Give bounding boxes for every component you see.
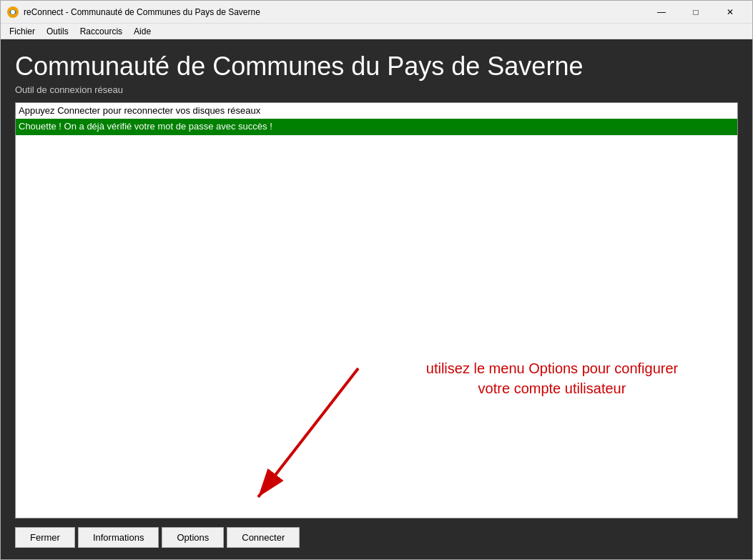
app-icon xyxy=(6,6,19,19)
app-content: Communauté de Communes du Pays de Savern… xyxy=(1,39,752,559)
app-title: Communauté de Communes du Pays de Savern… xyxy=(15,51,738,82)
annotation-text: utilisez le menu Options pour configurer… xyxy=(423,358,681,398)
close-button[interactable]: ✕ xyxy=(714,2,747,22)
menu-fichier[interactable]: Fichier xyxy=(4,25,41,38)
informations-button[interactable]: Informations xyxy=(78,527,159,548)
menu-aide[interactable]: Aide xyxy=(128,25,157,38)
bottom-bar: Fermer Informations Options Connecter xyxy=(15,527,738,551)
menu-bar: Fichier Outils Raccourcis Aide xyxy=(1,24,752,39)
window-title: reConnect - Communauté de Communes du Pa… xyxy=(24,7,645,17)
menu-outils[interactable]: Outils xyxy=(41,25,74,38)
fermer-button[interactable]: Fermer xyxy=(15,527,75,548)
connecter-button[interactable]: Connecter xyxy=(227,527,300,548)
options-button[interactable]: Options xyxy=(162,527,224,548)
main-window: reConnect - Communauté de Communes du Pa… xyxy=(0,0,753,560)
log-line-1: Appuyez Connecter pour reconnecter vos d… xyxy=(16,103,737,119)
content-wrapper: Appuyez Connecter pour reconnecter vos d… xyxy=(15,102,738,527)
maximize-button[interactable]: □ xyxy=(679,2,712,22)
log-line-2: Chouette ! On a déjà vérifié votre mot d… xyxy=(16,119,737,134)
app-subtitle: Outil de connexion réseau xyxy=(15,84,738,95)
menu-raccourcis[interactable]: Raccourcis xyxy=(74,25,128,38)
log-area[interactable]: Appuyez Connecter pour reconnecter vos d… xyxy=(15,102,738,519)
svg-point-1 xyxy=(11,10,15,14)
window-controls: — □ ✕ xyxy=(645,2,747,22)
title-bar: reConnect - Communauté de Communes du Pa… xyxy=(1,1,752,24)
minimize-button[interactable]: — xyxy=(645,2,678,22)
